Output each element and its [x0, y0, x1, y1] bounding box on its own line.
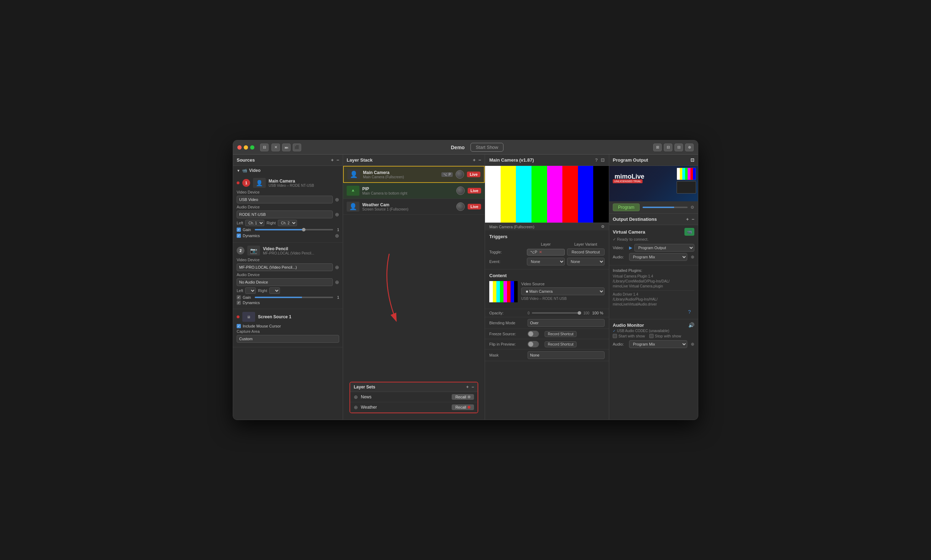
camera-detail-title: Main Camera (v1.87) [489, 157, 534, 163]
right-ch-select[interactable]: Ch. 2 [278, 220, 297, 226]
vp-right-ch-select[interactable] [269, 288, 280, 294]
video-device-add-icon[interactable]: ⊕ [335, 197, 339, 202]
flip-row: Flip in Preview: Record Shortcut [485, 339, 609, 349]
plugins-help-icon[interactable]: ? [613, 308, 694, 316]
camera-help-icon[interactable]: ? [595, 157, 598, 163]
layout-3-icon[interactable]: ⊟ [675, 143, 683, 151]
layout-4-icon[interactable]: ⊕ [685, 143, 694, 151]
toggle-record-shortcut-button[interactable]: Record Shortcut [567, 248, 605, 255]
layer-stack-collapse-button[interactable]: − [478, 157, 481, 163]
layer-sets-collapse-button[interactable]: − [471, 385, 474, 389]
video-device-select-row: USB Video ⊕ [237, 195, 339, 203]
pip-knob[interactable] [456, 186, 465, 195]
weather-set-options-icon[interactable]: ⊕ [354, 405, 358, 410]
flip-toggle[interactable] [528, 341, 539, 347]
main-camera-layer-item[interactable]: 👤 Main Camera Main Camera (Fullscreen) ⌥… [343, 166, 485, 183]
sources-add-button[interactable]: + [331, 157, 334, 163]
output-destinations-add-icon[interactable]: + [686, 217, 689, 222]
vp-audio-device-add-icon[interactable]: ⊕ [335, 279, 339, 285]
vp-gain-slider[interactable] [255, 297, 333, 298]
vp-gain-checkbox[interactable] [237, 295, 241, 300]
main-camera-sub: USB Video – RODE NT-USB [269, 184, 339, 188]
vp-dynamics-checkbox[interactable] [237, 300, 241, 305]
event-layer-select[interactable]: None [527, 258, 565, 265]
usb-audio-status: ✓ USB Audio CODEC (unavailable) [613, 329, 694, 333]
news-set-options-icon[interactable]: ⊕ [354, 394, 358, 400]
arrow-annotation [361, 250, 432, 328]
audio-device-add-icon[interactable]: ⊕ [335, 212, 339, 217]
program-output-expand-icon[interactable]: ⊡ [690, 157, 694, 163]
video-section-header[interactable]: ▼ 📹 Video [233, 166, 343, 175]
news-recall-button[interactable]: Recall [452, 394, 474, 400]
vp-left-ch-select[interactable] [245, 288, 256, 294]
video-source-select-row: ■ Main Camera [521, 288, 605, 295]
blending-select[interactable]: Over [528, 319, 605, 327]
camera-settings-icon[interactable]: ⚙ [601, 225, 605, 229]
stop-with-show-label: Stop with show [655, 334, 681, 338]
tool-x-icon[interactable]: ✕ [272, 143, 280, 151]
gain-checkbox[interactable] [237, 228, 241, 232]
capture-area-label: Capture Area [237, 329, 265, 334]
am-audio-select[interactable]: Program Mix [629, 340, 687, 348]
layer-sets-add-button[interactable]: + [466, 385, 469, 389]
video-device-select[interactable]: USB Video [237, 195, 333, 203]
vp-video-device-select[interactable]: MF-PRO.LOCAL (Video Pencil...) [237, 263, 333, 271]
pip-layer-item[interactable]: A PIP Main Camera to bottom right Live [343, 183, 485, 199]
opacity-track[interactable] [532, 312, 582, 314]
program-slider[interactable] [642, 207, 688, 208]
main-camera-knob[interactable] [455, 170, 464, 178]
freeze-record-shortcut[interactable]: Record Shortcut [545, 331, 577, 337]
event-label: Event: [489, 260, 525, 264]
include-mouse-cursor-row: Include Mouse Cursor [237, 324, 339, 328]
flip-record-shortcut[interactable]: Record Shortcut [545, 341, 577, 347]
weather-cam-layer-item[interactable]: 👤 Weather Cam Screen Source 1 (Fullscree… [343, 199, 485, 215]
layer-stack-add-button[interactable]: + [473, 157, 476, 163]
video-source-select[interactable]: ■ Main Camera [521, 288, 605, 295]
camera-footer-label: Main Camera (Fullscreen) [489, 225, 534, 229]
mask-select[interactable]: None [528, 351, 605, 359]
left-ch-select[interactable]: Ch. 1 [245, 220, 264, 226]
freeze-toggle[interactable] [528, 331, 539, 337]
vp-audio-device-select[interactable]: No Audio Device [237, 278, 333, 286]
layout-1-icon[interactable]: ⊞ [653, 143, 662, 151]
vc-audio-settings-icon[interactable]: ⊕ [691, 254, 694, 260]
weather-recall-button[interactable]: Recall [452, 405, 474, 410]
dynamics-checkbox[interactable] [237, 234, 241, 238]
vp-left-label: Left [237, 289, 243, 293]
tool-skip-icon[interactable]: ⏭ [282, 143, 290, 151]
stop-with-show-checkbox[interactable] [649, 334, 653, 338]
event-variant-select[interactable]: None [567, 258, 605, 265]
close-button[interactable] [237, 145, 242, 149]
weather-cam-knob[interactable] [456, 202, 465, 211]
start-show-button[interactable]: Start Show [471, 143, 504, 152]
left-label: Left [237, 221, 243, 225]
include-mouse-cursor-checkbox[interactable] [237, 324, 241, 328]
camera-expand-icon[interactable]: ⊡ [601, 157, 605, 163]
virtual-camera-icon[interactable]: 📹 [684, 228, 694, 236]
sidebar-toggle-icon[interactable]: ⊟ [260, 143, 269, 151]
start-with-show-checkbox[interactable] [613, 334, 617, 338]
toggle-shortcut-clear-icon[interactable]: ✕ [539, 250, 542, 254]
program-mini-panels [676, 168, 696, 194]
content-fields: Video Source ■ Main Camera USB Video – R… [521, 282, 605, 302]
sources-collapse-button[interactable]: − [337, 157, 339, 163]
output-destinations-collapse-icon[interactable]: − [692, 217, 694, 222]
main-camera-layer-sub: Main Camera (Fullscreen) [363, 175, 438, 179]
vc-audio-select[interactable]: Program Mix [629, 253, 687, 261]
dynamics-settings-icon[interactable]: ⊕ [335, 233, 339, 238]
audio-device-select[interactable]: RODE NT-USB [237, 211, 333, 218]
gain-slider[interactable] [255, 229, 333, 231]
vc-video-select[interactable]: Program Output [635, 244, 694, 252]
am-audio-settings-icon[interactable]: ⊕ [691, 342, 694, 347]
minimize-button[interactable] [244, 145, 248, 149]
program-button[interactable]: Program [613, 203, 640, 211]
am-speaker-icon[interactable]: 🔊 [688, 322, 694, 328]
capture-area-select[interactable]: Custom [237, 335, 339, 343]
pip-layer-thumb: A [347, 186, 360, 195]
program-settings-icon[interactable]: ⚙ [690, 205, 694, 210]
tool-camera-icon[interactable]: ⬛ [293, 143, 301, 151]
zoom-button[interactable] [250, 145, 255, 149]
vp-video-device-add-icon[interactable]: ⊕ [335, 265, 339, 270]
vc-header: Virtual Camera 📹 [613, 228, 694, 236]
layout-2-icon[interactable]: ⊟ [664, 143, 672, 151]
